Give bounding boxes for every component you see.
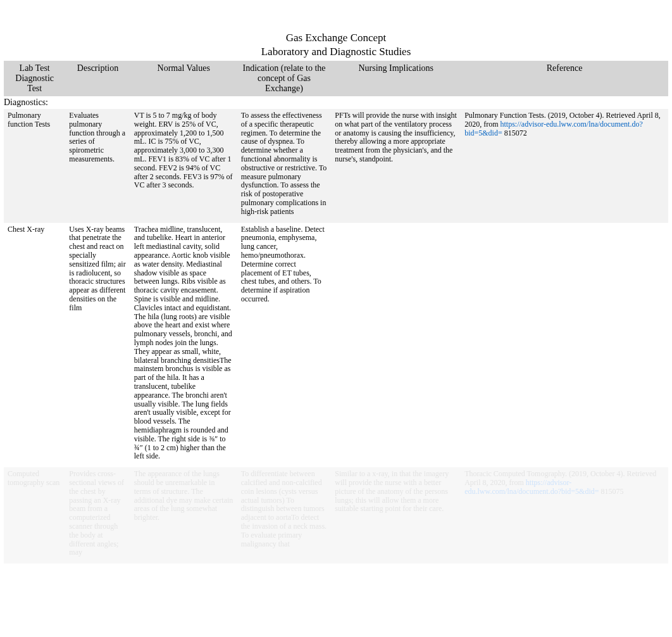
cell-description: Uses X-ray beams that penetrate the ches… bbox=[65, 223, 130, 468]
section-heading: Diagnostics: bbox=[4, 96, 668, 109]
cell-nursing: PFTs will provide the nurse with insight… bbox=[331, 109, 461, 223]
table-row: Chest X-ray Uses X-ray beams that penetr… bbox=[4, 223, 668, 468]
cell-indication: To differentiate between calcified and n… bbox=[237, 467, 332, 564]
cell-description: Evaluates pulmonary function through a s… bbox=[65, 109, 130, 223]
col-lab-test: Lab Test Diagnostic Test bbox=[4, 61, 65, 96]
cell-reference bbox=[461, 223, 668, 468]
col-description: Description bbox=[65, 61, 130, 96]
cell-reference: Thoracic Computed Tomography. (2019, Oct… bbox=[461, 467, 668, 564]
section-row: Diagnostics: bbox=[4, 96, 668, 109]
cell-indication: To assess the effectiveness of a specifi… bbox=[237, 109, 332, 223]
table-row: Computed tomography scan Provides cross-… bbox=[4, 467, 668, 564]
cell-test: Computed tomography scan bbox=[4, 467, 65, 564]
col-reference: Reference bbox=[461, 61, 668, 96]
cell-normal: VT is 5 to 7 mg/kg of body weight. ERV i… bbox=[130, 109, 237, 223]
studies-table: Lab Test Diagnostic Test Description Nor… bbox=[4, 61, 668, 564]
page-subtitle: Laboratory and Diagnostic Studies bbox=[4, 46, 668, 58]
ref-text-post: 815072 bbox=[502, 129, 527, 137]
cell-normal: Trachea midline, translucent, and tubeli… bbox=[130, 223, 237, 468]
cell-nursing bbox=[331, 223, 461, 468]
cell-description: Provides cross-sectional views of the ch… bbox=[65, 467, 130, 564]
cell-reference: Pulmonary Function Tests. (2019, October… bbox=[461, 109, 668, 223]
col-normal: Normal Values bbox=[130, 61, 237, 96]
cell-indication: Establish a baseline. Detect pneumonia, … bbox=[237, 223, 332, 468]
cell-test: Chest X-ray bbox=[4, 223, 65, 468]
ref-text-post: 815075 bbox=[599, 487, 624, 496]
table-header-row: Lab Test Diagnostic Test Description Nor… bbox=[4, 61, 668, 96]
cell-normal: The appearance of the lungs should be un… bbox=[130, 467, 237, 564]
page-title: Gas Exchange Concept bbox=[4, 32, 668, 44]
col-nursing: Nursing Implications bbox=[331, 61, 461, 96]
table-row: Pulmonary function Tests Evaluates pulmo… bbox=[4, 109, 668, 223]
cell-nursing: Similar to a x-ray, in that the imagery … bbox=[331, 467, 461, 564]
col-indication: Indication (relate to the concept of Gas… bbox=[237, 61, 332, 96]
cell-test: Pulmonary function Tests bbox=[4, 109, 65, 223]
